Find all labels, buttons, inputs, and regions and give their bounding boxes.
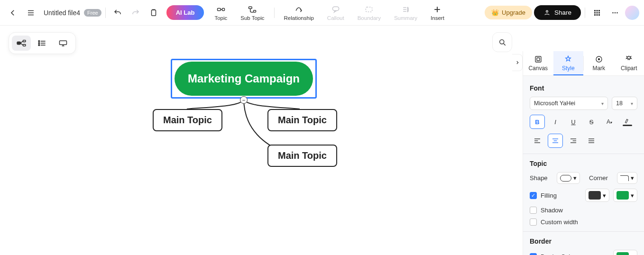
bold-button[interactable]: B [530, 115, 545, 129]
align-left-button[interactable] [530, 134, 545, 148]
color-swatch [616, 191, 629, 200]
more-menu-button[interactable] [607, 5, 623, 21]
corner-select[interactable]: ▾ [617, 172, 637, 184]
panel-collapse-button[interactable] [512, 54, 523, 71]
tool-callout-label: Callout [327, 15, 344, 21]
tab-style[interactable]: Style [553, 51, 584, 75]
tab-canvas-label: Canvas [528, 65, 548, 72]
shape-label: Shape [530, 174, 548, 182]
chevron-down-icon: ▾ [603, 192, 606, 199]
svg-rect-20 [594, 12, 596, 13]
file-title[interactable]: Untitled file4 [44, 9, 80, 17]
svg-point-26 [612, 12, 614, 13]
custom-width-checkbox[interactable] [530, 219, 537, 226]
svg-point-28 [616, 12, 618, 13]
tool-sub-topic[interactable]: Sub Topic [235, 5, 270, 21]
chevron-down-icon: ▾ [631, 253, 634, 255]
font-family-select[interactable]: Microsoft YaHei ▾ [530, 97, 608, 110]
redo-button[interactable] [128, 5, 144, 21]
top-toolbar: Untitled file4 Free AI Lab Topic Sub Top… [0, 0, 644, 26]
back-button[interactable] [5, 5, 21, 21]
svg-rect-18 [597, 10, 598, 11]
tool-topic-label: Topic [214, 15, 227, 21]
ai-lab-button[interactable]: AI Lab [166, 5, 204, 20]
plan-badge: Free [84, 9, 101, 17]
svg-rect-3 [151, 10, 156, 16]
tool-subtopic-label: Sub Topic [240, 15, 264, 21]
workspace: Marketing Campaign − Main Topic Main Top… [0, 26, 644, 255]
share-button[interactable]: Share [534, 5, 581, 20]
tool-relationship[interactable]: Relationship [278, 5, 320, 21]
font-family-value: Microsoft YaHei [534, 100, 575, 107]
color-swatch [589, 191, 601, 200]
apps-grid-button[interactable] [589, 5, 605, 21]
shape-select[interactable]: ▾ [557, 172, 580, 184]
tab-mark[interactable]: Mark [584, 51, 614, 75]
svg-rect-25 [598, 14, 600, 16]
align-justify-button[interactable] [584, 134, 599, 148]
svg-rect-46 [537, 58, 540, 61]
highlight-button[interactable] [620, 115, 635, 129]
topic-node[interactable]: Main Topic [153, 109, 222, 131]
chevron-down-icon: ▾ [631, 174, 634, 182]
filling-checkbox[interactable]: ✓ [530, 192, 537, 199]
separator [523, 154, 644, 154]
separator [274, 8, 275, 18]
separator [523, 231, 644, 232]
undo-button[interactable] [110, 5, 126, 21]
italic-button[interactable]: I [548, 115, 563, 129]
svg-point-16 [546, 10, 548, 12]
custom-width-label: Custom width [541, 219, 578, 226]
upgrade-label: Upgrade [502, 9, 525, 16]
clipboard-button[interactable] [146, 5, 162, 21]
share-label: Share [554, 9, 571, 16]
user-avatar[interactable] [625, 6, 639, 20]
fill-color-select[interactable]: ▾ [613, 189, 637, 202]
svg-rect-10 [366, 7, 372, 12]
chevron-down-icon: ▾ [631, 101, 633, 106]
topic-node[interactable]: Main Topic [267, 145, 337, 167]
upgrade-button[interactable]: 👑 Upgrade [485, 6, 532, 19]
border-color-label: Border Color [541, 253, 576, 255]
separator [105, 8, 106, 18]
border-color-select[interactable]: ▾ [613, 250, 637, 255]
tool-insert[interactable]: Insert [425, 5, 450, 21]
tab-style-label: Style [562, 65, 575, 72]
svg-rect-21 [597, 12, 598, 13]
svg-point-27 [615, 12, 616, 13]
chevron-down-icon: ▾ [601, 101, 604, 106]
font-color-button[interactable]: A▾ [602, 115, 617, 129]
tool-callout: Callout [322, 5, 350, 21]
collapse-handle[interactable]: − [240, 96, 248, 104]
crown-icon: 👑 [491, 9, 499, 16]
pill-shape-icon [560, 175, 571, 182]
tool-boundary: Boundary [352, 5, 386, 21]
fill-texture-select[interactable]: ▾ [585, 189, 609, 202]
color-swatch [616, 252, 629, 255]
svg-rect-7 [249, 7, 252, 9]
topic-node[interactable]: Main Topic [267, 109, 337, 131]
corner-icon [620, 175, 629, 181]
properties-panel: Canvas Style Mark Clipart Font Microsoft… [523, 51, 644, 255]
section-font-title: Font [530, 84, 637, 92]
svg-rect-23 [594, 14, 596, 16]
align-center-button[interactable] [548, 134, 563, 148]
chevron-down-icon: ▾ [631, 192, 634, 199]
align-right-button[interactable] [566, 134, 581, 148]
hamburger-menu-button[interactable] [23, 5, 39, 21]
chevron-down-icon: ▾ [573, 174, 577, 182]
underline-button[interactable]: U [566, 115, 581, 129]
strikethrough-button[interactable]: S [584, 115, 599, 129]
central-topic-node[interactable]: Marketing Campaign [175, 62, 313, 96]
font-size-select[interactable]: 18 ▾ [612, 97, 637, 110]
filling-label: Filling [541, 192, 557, 199]
tab-canvas[interactable]: Canvas [523, 51, 553, 75]
tab-clipart[interactable]: Clipart [614, 51, 644, 75]
border-color-checkbox[interactable]: ✓ [530, 253, 537, 255]
shadow-checkbox[interactable] [530, 207, 537, 214]
tool-summary-label: Summary [394, 15, 417, 21]
tool-topic[interactable]: Topic [209, 5, 233, 21]
panel-body: Font Microsoft YaHei ▾ 18 ▾ B I U S A▾ [523, 76, 644, 255]
font-size-value: 18 [616, 100, 623, 107]
corner-label: Corner [589, 174, 608, 182]
